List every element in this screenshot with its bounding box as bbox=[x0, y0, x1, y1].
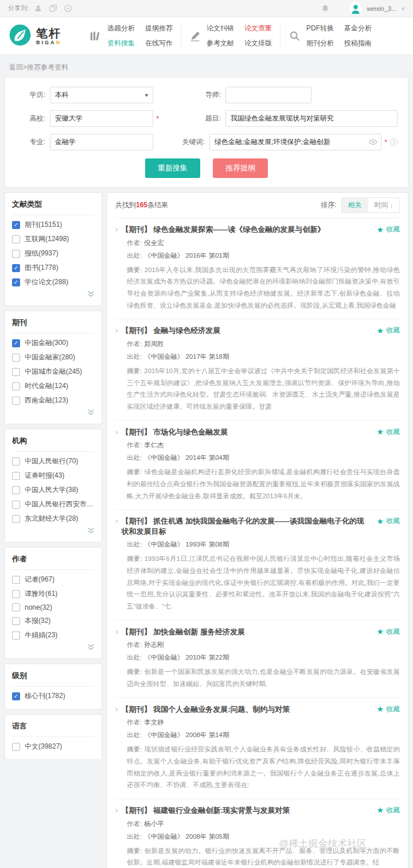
sort-option-relevance[interactable]: 相关 bbox=[342, 198, 368, 212]
checkbox[interactable] bbox=[12, 458, 20, 466]
checkbox[interactable]: ✓ bbox=[12, 692, 20, 700]
filter-option[interactable]: 中国人民大学(38) bbox=[12, 480, 95, 495]
nav-link[interactable]: 选题分析 bbox=[107, 24, 135, 33]
avatar[interactable] bbox=[349, 2, 362, 15]
result-title-link[interactable]: 【期刊】 加快金融创新 服务经济发展 bbox=[122, 627, 370, 637]
favorite-button[interactable]: ★收藏 bbox=[376, 224, 400, 234]
expand-result-icon[interactable]: › bbox=[115, 627, 118, 637]
checkbox[interactable] bbox=[12, 603, 20, 611]
filter-option[interactable]: none(32) bbox=[12, 599, 95, 611]
checkbox[interactable] bbox=[12, 354, 20, 362]
expand-result-icon[interactable]: › bbox=[115, 427, 118, 437]
checkbox[interactable] bbox=[12, 397, 20, 405]
nav-link[interactable]: 期刊分析 bbox=[306, 38, 334, 48]
degree-select[interactable]: 本科 ▾ bbox=[50, 87, 153, 103]
keywords-input[interactable] bbox=[209, 134, 381, 150]
share-icon-3[interactable] bbox=[64, 4, 72, 13]
checkbox[interactable] bbox=[12, 486, 20, 494]
favorite-button[interactable]: ★收藏 bbox=[376, 627, 400, 637]
filter-option[interactable]: 时代金融(124) bbox=[12, 377, 95, 391]
bell-icon[interactable] bbox=[321, 4, 330, 13]
research-button[interactable]: 重新搜集 bbox=[145, 158, 200, 178]
expand-result-icon[interactable]: › bbox=[115, 805, 118, 815]
favorite-button[interactable]: ★收藏 bbox=[376, 704, 400, 714]
nav-link[interactable]: 论文纠错 bbox=[206, 24, 234, 33]
filter-option[interactable]: 本报(32) bbox=[12, 611, 95, 626]
filter-option[interactable]: 中国人民银行西安市分行... bbox=[12, 495, 95, 509]
nav-link[interactable]: 论文排版 bbox=[244, 38, 272, 48]
result-title-link[interactable]: 【期刊】 抓住机遇 加快我国金融电子化的发展——谈我国金融电子化的现状和发展目标 bbox=[122, 516, 370, 536]
share-icon-2[interactable] bbox=[49, 4, 57, 13]
checkbox[interactable] bbox=[12, 368, 20, 376]
nav-link[interactable]: 提纲推荐 bbox=[145, 24, 173, 33]
sort-option-time[interactable]: 时间↓ bbox=[368, 198, 400, 212]
eye-icon[interactable] bbox=[369, 138, 377, 146]
nav-link[interactable]: 论文查重 bbox=[244, 24, 272, 33]
checkbox[interactable]: ✓ bbox=[12, 278, 20, 286]
breadcrumb-back-link[interactable]: 返回 bbox=[9, 63, 23, 71]
expand-more-icon[interactable] bbox=[12, 287, 95, 303]
filter-option[interactable]: ✓期刊(15151) bbox=[12, 215, 95, 230]
checkbox[interactable] bbox=[12, 250, 20, 258]
filter-option[interactable]: 互联网(12498) bbox=[12, 230, 95, 244]
username[interactable]: weixin_3... bbox=[367, 5, 396, 12]
result-title-link[interactable]: 【期刊】 福建银行业金融创新:现实背景与发展对策 bbox=[122, 805, 370, 816]
filter-option[interactable]: 证券时报(43) bbox=[12, 466, 95, 480]
filter-option[interactable]: 西南金融(123) bbox=[12, 391, 95, 405]
nav-link[interactable]: 资料搜集 bbox=[107, 38, 135, 48]
expand-result-icon[interactable]: › bbox=[115, 704, 118, 714]
school-input[interactable] bbox=[50, 110, 153, 127]
expand-result-icon[interactable]: › bbox=[115, 224, 118, 234]
title-input[interactable] bbox=[225, 110, 398, 127]
checkbox[interactable] bbox=[12, 617, 20, 625]
checkbox[interactable] bbox=[12, 501, 20, 509]
checkbox[interactable]: ✓ bbox=[12, 221, 20, 229]
expand-more-icon[interactable] bbox=[12, 524, 95, 540]
expand-more-icon[interactable] bbox=[12, 405, 95, 421]
result-title-link[interactable]: 【期刊】 市场化与绿色金融发展 bbox=[122, 427, 370, 437]
favorite-button[interactable]: ★收藏 bbox=[376, 326, 400, 335]
filter-option[interactable]: 中国人民银行(70) bbox=[12, 452, 95, 466]
favorite-button[interactable]: ★收藏 bbox=[376, 805, 400, 815]
favorite-button[interactable]: ★收藏 bbox=[376, 427, 400, 437]
filter-option[interactable]: 中国城市金融(245) bbox=[12, 362, 95, 377]
major-input[interactable] bbox=[50, 134, 153, 150]
filter-option[interactable]: ✓学位论文(288) bbox=[12, 273, 95, 287]
expand-more-icon[interactable] bbox=[12, 640, 95, 656]
filter-option[interactable]: 牛娟娟(23) bbox=[12, 626, 95, 640]
checkbox[interactable]: ✓ bbox=[12, 264, 20, 272]
expand-result-icon[interactable]: › bbox=[115, 516, 118, 526]
filter-option[interactable]: 中国金融家(280) bbox=[12, 348, 95, 362]
checkbox[interactable] bbox=[12, 472, 20, 480]
chevron-down-icon[interactable]: ∨ bbox=[401, 6, 405, 11]
filter-option[interactable]: ✓中国金融(300) bbox=[12, 334, 95, 348]
result-title-link[interactable]: 【期刊】 我国个人金融业务发展:问题、制约与对策 bbox=[122, 704, 370, 715]
result-title-link[interactable]: 【期刊】 金融与绿色经济发展 bbox=[122, 326, 370, 336]
checkbox[interactable] bbox=[12, 576, 20, 584]
filter-option[interactable]: ✓核心刊(1782) bbox=[12, 687, 95, 701]
filter-option[interactable]: 中文(39827) bbox=[12, 737, 95, 751]
favorite-button[interactable]: ★收藏 bbox=[376, 516, 400, 526]
nav-link[interactable]: 在线写作 bbox=[145, 38, 173, 48]
checkbox[interactable] bbox=[12, 235, 20, 243]
filter-option[interactable]: 报纸(9937) bbox=[12, 244, 95, 258]
checkbox[interactable] bbox=[12, 631, 20, 640]
tutor-input[interactable] bbox=[225, 87, 311, 103]
checkbox[interactable] bbox=[12, 382, 20, 390]
checkbox[interactable] bbox=[12, 590, 20, 598]
expand-result-icon[interactable]: › bbox=[115, 326, 118, 335]
filter-option[interactable]: ✓图书(1778) bbox=[12, 258, 95, 273]
help-icon[interactable]: ? bbox=[390, 138, 398, 146]
checkbox[interactable]: ✓ bbox=[12, 339, 20, 347]
nav-link[interactable]: 基金分析 bbox=[344, 24, 372, 33]
filter-option[interactable]: 东北财经大学(28) bbox=[12, 509, 95, 524]
nav-link[interactable]: 投稿指南 bbox=[344, 38, 372, 48]
share-icon-1[interactable] bbox=[34, 4, 42, 13]
checkbox[interactable] bbox=[12, 743, 20, 751]
logo[interactable]: 笔杆 BIGAN bbox=[8, 23, 61, 49]
filter-option[interactable]: 谭雅玲(61) bbox=[12, 584, 95, 599]
recommend-outline-button[interactable]: 推荐提纲 bbox=[213, 158, 268, 178]
nav-link[interactable]: 参考文献 bbox=[206, 38, 234, 48]
filter-option[interactable]: 记者(967) bbox=[12, 570, 95, 584]
result-title-link[interactable]: 【期刊】 绿色金融发展探索——读《绿色金融的发展与创新》 bbox=[122, 224, 370, 235]
